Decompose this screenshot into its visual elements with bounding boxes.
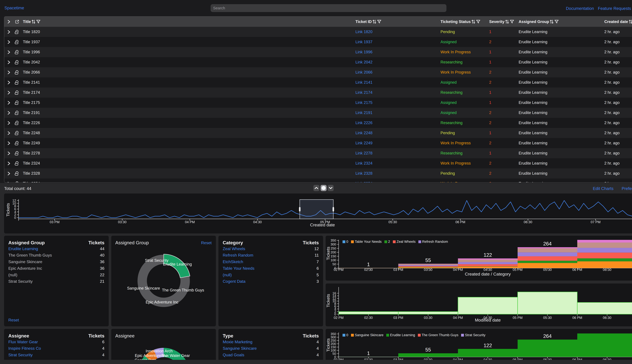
svg-text:04 PM: 04 PM — [453, 268, 463, 272]
svg-text:05:30: 05:30 — [388, 220, 397, 224]
svg-text:03 PM: 03 PM — [393, 358, 403, 360]
svg-text:1: 1 — [367, 262, 370, 267]
svg-text:05 PM: 05 PM — [513, 358, 522, 360]
svg-text:150: 150 — [331, 254, 336, 258]
svg-text:264: 264 — [543, 241, 552, 246]
svg-text:250: 250 — [331, 338, 336, 342]
svg-text:05 PM: 05 PM — [513, 316, 522, 320]
svg-text:07 PM: 07 PM — [591, 220, 600, 224]
svg-text:05:30: 05:30 — [543, 316, 552, 320]
svg-text:122: 122 — [484, 252, 492, 258]
svg-text:Created date / Category: Created date / Category — [465, 272, 511, 276]
svg-text:Flux Water Gear: Flux Water Gear — [161, 354, 190, 358]
svg-text:264: 264 — [543, 333, 552, 339]
svg-text:06:30: 06:30 — [524, 220, 532, 224]
svg-text:02:30: 02:30 — [364, 316, 373, 320]
svg-text:12: 12 — [12, 198, 16, 202]
svg-text:02:30: 02:30 — [364, 268, 373, 272]
svg-text:100: 100 — [331, 258, 336, 262]
svg-text:The Green Thumb Guys: The Green Thumb Guys — [162, 288, 204, 292]
svg-text:03:30: 03:30 — [424, 358, 432, 360]
svg-text:300: 300 — [331, 335, 336, 339]
svg-text:100: 100 — [331, 348, 336, 352]
svg-text:250: 250 — [331, 246, 336, 250]
svg-text:Cogent Data: Cogent Data — [134, 358, 157, 360]
svg-text:03:30: 03:30 — [424, 268, 432, 272]
svg-text:16: 16 — [332, 291, 336, 295]
svg-text:06 PM: 06 PM — [572, 358, 582, 360]
svg-text:03 PM: 03 PM — [393, 316, 403, 320]
svg-text:03 PM: 03 PM — [50, 220, 60, 224]
svg-text:Tickets: Tickets — [326, 338, 330, 352]
svg-text:Modified date: Modified date — [475, 318, 501, 322]
svg-text:03:30: 03:30 — [424, 316, 432, 320]
svg-text:Sanguine Skincare: Sanguine Skincare — [127, 286, 160, 290]
svg-text:Tickets: Tickets — [326, 294, 330, 308]
svg-text:Created date: Created date — [310, 222, 335, 227]
svg-text:06 PM: 06 PM — [456, 220, 465, 224]
svg-text:02 PM: 02 PM — [334, 316, 344, 320]
svg-text:Innovation Arch: Innovation Arch — [146, 349, 173, 353]
svg-text:06:30: 06:30 — [603, 358, 612, 360]
svg-text:Tickets: Tickets — [326, 247, 330, 260]
svg-text:05 PM: 05 PM — [513, 268, 522, 272]
svg-text:06:30: 06:30 — [603, 268, 612, 272]
svg-text:05:30: 05:30 — [543, 268, 552, 272]
svg-text:04:30: 04:30 — [484, 358, 492, 360]
svg-text:04 PM: 04 PM — [185, 220, 195, 224]
svg-text:06 PM: 06 PM — [572, 316, 582, 320]
svg-text:04:30: 04:30 — [253, 220, 262, 224]
svg-text:122: 122 — [484, 343, 492, 348]
svg-text:200: 200 — [331, 342, 336, 346]
svg-text:04:30: 04:30 — [484, 268, 492, 272]
svg-text:1: 1 — [367, 350, 370, 356]
svg-text:02 PM: 02 PM — [334, 268, 344, 272]
svg-text:02:30: 02:30 — [364, 358, 373, 360]
svg-text:Erudite Learning: Erudite Learning — [163, 262, 192, 266]
svg-text:55: 55 — [425, 258, 431, 263]
svg-text:Epic Adventure Inc: Epic Adventure Inc — [146, 300, 178, 304]
svg-text:03 PM: 03 PM — [393, 268, 403, 272]
svg-text:55: 55 — [425, 347, 431, 352]
svg-text:350: 350 — [331, 332, 336, 336]
svg-text:150: 150 — [331, 345, 336, 349]
svg-text:Tickets: Tickets — [6, 203, 10, 216]
svg-text:06:30: 06:30 — [603, 316, 612, 320]
svg-text:02 PM: 02 PM — [334, 358, 344, 360]
svg-text:350: 350 — [331, 238, 336, 242]
svg-text:04 PM: 04 PM — [453, 358, 463, 360]
svg-text:50: 50 — [332, 262, 336, 266]
svg-text:04 PM: 04 PM — [453, 316, 463, 320]
svg-text:05:30: 05:30 — [543, 358, 552, 360]
svg-text:200: 200 — [331, 250, 336, 254]
svg-text:50: 50 — [332, 352, 336, 356]
svg-text:03:30: 03:30 — [118, 220, 126, 224]
svg-text:300: 300 — [331, 242, 336, 246]
svg-text:06 PM: 06 PM — [572, 268, 582, 272]
